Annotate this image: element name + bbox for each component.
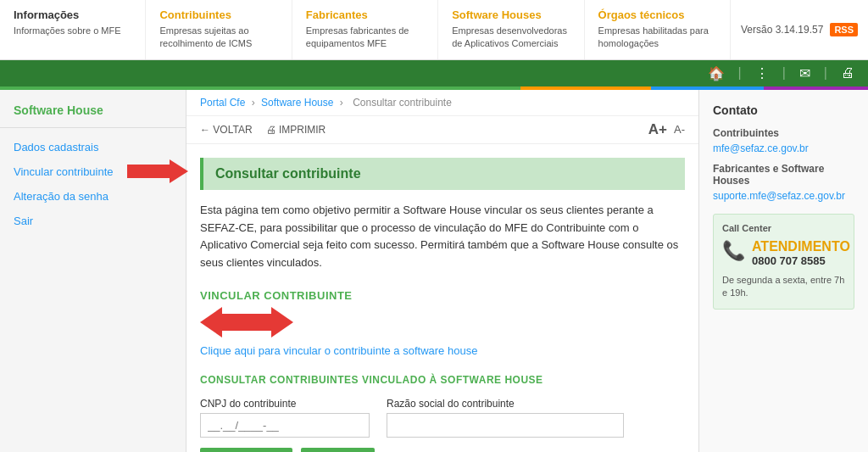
consultar-section: CONSULTAR CONTRIBUINTES VINCULADO À SOFT… xyxy=(200,374,685,452)
back-button[interactable]: ← VOLTAR xyxy=(200,124,253,136)
razao-group: Razão social do contribuinte xyxy=(387,398,624,438)
page-title: Consultar contribuinte xyxy=(200,158,685,190)
nav-informacoes-desc: Informações sobre o MFE xyxy=(14,25,131,37)
actions-bar: ← VOLTAR 🖨 IMPRIMIR A+ A- xyxy=(186,116,698,144)
breadcrumb-sep2: › xyxy=(340,97,343,109)
vincular-arrow-container xyxy=(200,307,685,338)
consultar-title: CONSULTAR CONTRIBUINTES VINCULADO À SOFT… xyxy=(200,374,685,386)
home-icon[interactable]: 🏠 xyxy=(704,64,728,83)
arrow-body-big xyxy=(222,314,271,331)
breadcrumb-software[interactable]: Software House xyxy=(261,97,333,109)
font-size-controls: A+ A- xyxy=(648,121,685,138)
nav-software-desc: Empresas desenvolvedoras de Aplicativos … xyxy=(452,25,570,51)
vincular-title: VINCULAR CONTRIBUINTE xyxy=(200,289,685,302)
consultar-button[interactable]: Consultar 🔍 xyxy=(200,448,292,452)
breadcrumb-portal[interactable]: Portal Cfe xyxy=(200,97,245,109)
contact-title: Contato xyxy=(713,103,854,117)
breadcrumb-sep1: › xyxy=(252,97,255,109)
nav-contribuintes-desc: Empresas sujeitas ao recolhimento de ICM… xyxy=(159,25,277,51)
red-arrow-vincular xyxy=(200,307,293,338)
call-center-phone: 0800 707 8585 xyxy=(752,254,850,267)
main-layout: Software House Dados cadastrais Vincular… xyxy=(0,90,868,452)
sidebar-dados-label: Dados cadastrais xyxy=(14,141,98,153)
nav-contribuintes-title: Contribuintes xyxy=(159,8,277,21)
call-center: Call Center 📞 ATENDIMENTO 0800 707 8585 … xyxy=(713,214,854,310)
top-nav-right: Versão 3.14.19.57 RSS xyxy=(731,0,868,59)
form-row: CNPJ do contribuinte Razão social do con… xyxy=(200,398,685,438)
nav-contribuintes[interactable]: Contribuintes Empresas sujeitas ao recol… xyxy=(146,0,292,59)
contact-fabricantes-email[interactable]: suporte.mfe@sefaz.ce.gov.br xyxy=(713,190,854,202)
sidebar-arrow xyxy=(127,159,188,183)
contact-contribuintes-email[interactable]: mfe@sefaz.ce.gov.br xyxy=(713,142,854,154)
cnpj-label: CNPJ do contribuinte xyxy=(200,398,370,410)
right-sidebar: Contato Contribuintes mfe@sefaz.ce.gov.b… xyxy=(698,90,868,452)
arrow-body xyxy=(127,165,170,178)
razao-label: Razão social do contribuinte xyxy=(387,398,624,410)
breadcrumb: Portal Cfe › Software House › Consultar … xyxy=(186,90,698,116)
page-wrapper: Informações Informações sobre o MFE Cont… xyxy=(0,0,868,452)
nav-fabricantes[interactable]: Fabricantes Empresas fabricantes de equi… xyxy=(292,0,438,59)
nav-informacoes-title: Informações xyxy=(14,8,131,21)
sidebar-item-senha[interactable]: Alteração da senha xyxy=(0,184,186,209)
cnpj-input[interactable] xyxy=(200,413,370,438)
arrow-head xyxy=(170,159,188,183)
print-button[interactable]: 🖨 IMPRIMIR xyxy=(266,124,326,136)
nav-orgaos-desc: Empresas habilitadas para homologações xyxy=(598,25,716,51)
nav-fabricantes-title: Fabricantes xyxy=(306,8,424,21)
arrow-tail xyxy=(200,307,222,338)
description-text: Esta página tem como objetivo permitir a… xyxy=(200,202,685,272)
call-center-content: 📞 ATENDIMENTO 0800 707 8585 xyxy=(722,238,845,267)
razao-input[interactable] xyxy=(387,413,624,438)
call-center-hours: De segunda a sexta, entre 7h e 19h. xyxy=(722,274,845,300)
limpar-button[interactable]: Limpar ↺ xyxy=(301,448,376,452)
buttons-row: Consultar 🔍 Limpar ↺ xyxy=(200,448,685,452)
call-center-title: Call Center xyxy=(722,223,845,233)
nav-informacoes[interactable]: Informações Informações sobre o MFE xyxy=(0,0,146,59)
sidebar: Software House Dados cadastrais Vincular… xyxy=(0,90,186,452)
cnpj-group: CNPJ do contribuinte xyxy=(200,398,370,438)
call-center-atendimento: ATENDIMENTO xyxy=(752,238,850,254)
sidebar-sair-label: Sair xyxy=(14,215,33,227)
vincular-link[interactable]: Clique aqui para vincular o contribuinte… xyxy=(200,344,477,357)
print-toolbar-icon[interactable]: 🖨 xyxy=(837,64,858,82)
font-increase-button[interactable]: A+ xyxy=(648,121,667,138)
sidebar-senha-label: Alteração da senha xyxy=(14,190,108,203)
sidebar-item-vincular[interactable]: Vincular contribuinte xyxy=(0,159,186,184)
arrow-point xyxy=(271,307,293,338)
dots-icon[interactable]: ⋮ xyxy=(752,64,772,83)
nav-orgaos[interactable]: Órgaos técnicos Empresas habilitadas par… xyxy=(585,0,731,59)
main-content: Portal Cfe › Software House › Consultar … xyxy=(186,90,698,452)
nav-fabricantes-desc: Empresas fabricantes de equipamentos MFE xyxy=(306,25,424,51)
font-decrease-button[interactable]: A- xyxy=(674,123,685,136)
green-toolbar: 🏠 | ⋮ | ✉ | 🖨 xyxy=(0,60,868,86)
breadcrumb-page: Consultar contribuinte xyxy=(353,97,452,109)
mail-icon[interactable]: ✉ xyxy=(796,64,814,83)
nav-software[interactable]: Software Houses Empresas desenvolvedoras… xyxy=(438,0,584,59)
nav-software-title: Software Houses xyxy=(452,8,570,21)
sidebar-item-sair[interactable]: Sair xyxy=(0,209,186,233)
contact-contribuintes-label: Contribuintes xyxy=(713,127,854,139)
page-content: Consultar contribuinte Esta página tem c… xyxy=(186,144,698,452)
version-text: Versão 3.14.19.57 xyxy=(741,24,823,36)
divider2: | xyxy=(779,64,789,82)
divider3: | xyxy=(821,64,831,82)
sidebar-vincular-label: Vincular contribuinte xyxy=(14,165,114,178)
phone-icon: 📞 xyxy=(722,240,745,262)
divider1: | xyxy=(735,64,745,82)
top-navigation: Informações Informações sobre o MFE Cont… xyxy=(0,0,868,60)
actions-left: ← VOLTAR 🖨 IMPRIMIR xyxy=(200,124,326,136)
sidebar-item-dados[interactable]: Dados cadastrais xyxy=(0,135,186,159)
sidebar-title: Software House xyxy=(0,103,186,128)
nav-orgaos-title: Órgaos técnicos xyxy=(598,8,716,21)
call-center-info: ATENDIMENTO 0800 707 8585 xyxy=(752,238,850,267)
contact-fabricantes-label: Fabricantes e Software Houses xyxy=(713,163,854,187)
vincular-section: VINCULAR CONTRIBUINTE Clique aqui para v… xyxy=(200,289,685,357)
rss-badge[interactable]: RSS xyxy=(830,23,858,36)
